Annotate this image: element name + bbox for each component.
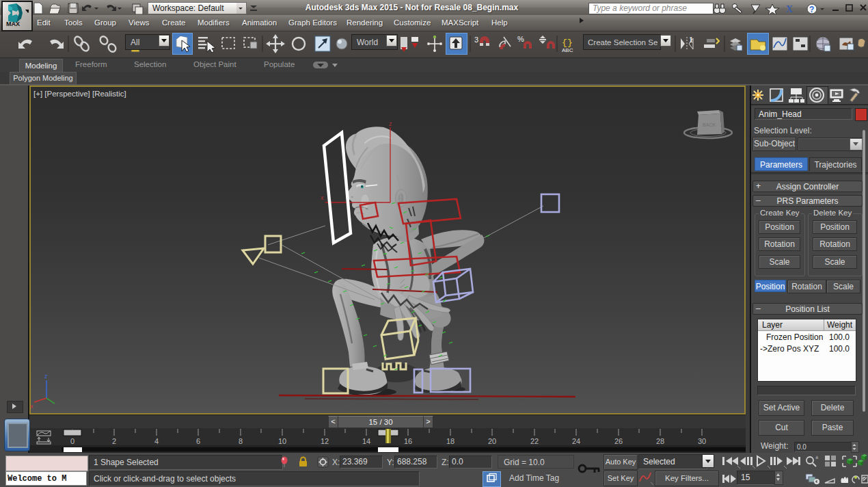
svg-text:x: x bbox=[31, 403, 33, 410]
svg-text:?: ? bbox=[809, 5, 814, 14]
svg-text:z: z bbox=[44, 373, 48, 380]
svg-text:X: X bbox=[786, 4, 793, 14]
svg-text:20: 20 bbox=[488, 437, 496, 445]
svg-text:6: 6 bbox=[196, 437, 200, 445]
svg-text:z: z bbox=[389, 120, 392, 127]
svg-text:}: } bbox=[567, 38, 573, 48]
svg-text:4: 4 bbox=[154, 437, 159, 445]
svg-text:18: 18 bbox=[446, 437, 455, 445]
svg-text:0: 0 bbox=[70, 437, 74, 445]
svg-text:{: { bbox=[562, 38, 567, 48]
svg-text:12: 12 bbox=[321, 437, 329, 445]
svg-text:%: % bbox=[517, 35, 524, 43]
svg-text:26: 26 bbox=[614, 437, 623, 445]
svg-text:22: 22 bbox=[530, 437, 539, 445]
svg-text:BACK: BACK bbox=[703, 122, 716, 127]
svg-text:1: 1 bbox=[689, 35, 693, 44]
svg-text:10: 10 bbox=[278, 437, 286, 445]
svg-text:24: 24 bbox=[572, 437, 580, 445]
svg-text:16: 16 bbox=[404, 437, 412, 445]
svg-text:14: 14 bbox=[362, 437, 370, 445]
svg-text:8: 8 bbox=[239, 437, 243, 445]
svg-text:3: 3 bbox=[474, 36, 478, 44]
svg-text:MAX: MAX bbox=[6, 21, 20, 27]
svg-text:ABC: ABC bbox=[562, 47, 573, 53]
svg-text:x: x bbox=[321, 194, 324, 201]
svg-text:±: ± bbox=[815, 454, 819, 460]
svg-text:30: 30 bbox=[698, 437, 706, 445]
svg-text:2: 2 bbox=[112, 437, 116, 445]
svg-text:28: 28 bbox=[656, 437, 664, 445]
